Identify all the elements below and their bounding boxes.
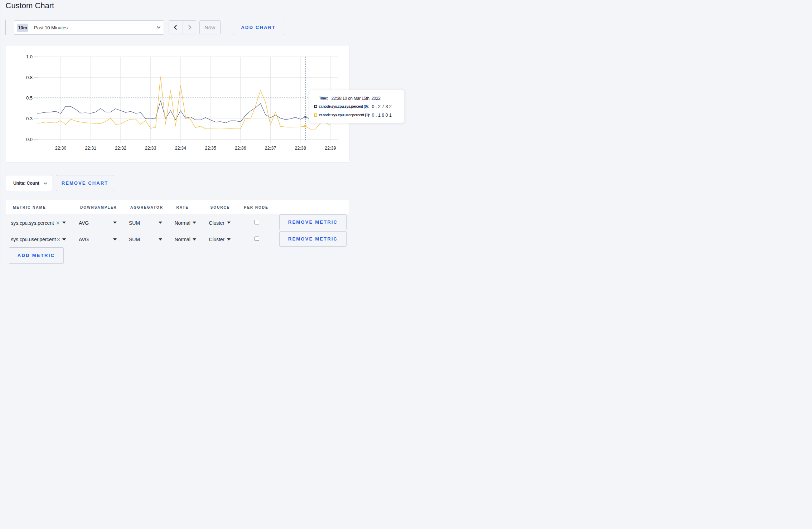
svg-text:22:39: 22:39 <box>325 145 336 150</box>
svg-text:22:34: 22:34 <box>175 145 186 150</box>
svg-text:22:33: 22:33 <box>145 145 156 150</box>
svg-text:0.5: 0.5 <box>26 95 33 101</box>
svg-text:22:30: 22:30 <box>55 145 66 150</box>
svg-text:0.3: 0.3 <box>26 116 33 121</box>
svg-text:22:38: 22:38 <box>295 145 306 150</box>
svg-text:22:35: 22:35 <box>205 145 216 150</box>
svg-text:0.0: 0.0 <box>26 136 33 142</box>
svg-text:1.0: 1.0 <box>26 54 33 59</box>
svg-text:22:36: 22:36 <box>235 145 246 150</box>
svg-text:22:32: 22:32 <box>115 145 126 150</box>
svg-text:22:31: 22:31 <box>85 145 96 150</box>
svg-text:0.8: 0.8 <box>26 74 33 80</box>
svg-text:22:37: 22:37 <box>265 145 276 150</box>
